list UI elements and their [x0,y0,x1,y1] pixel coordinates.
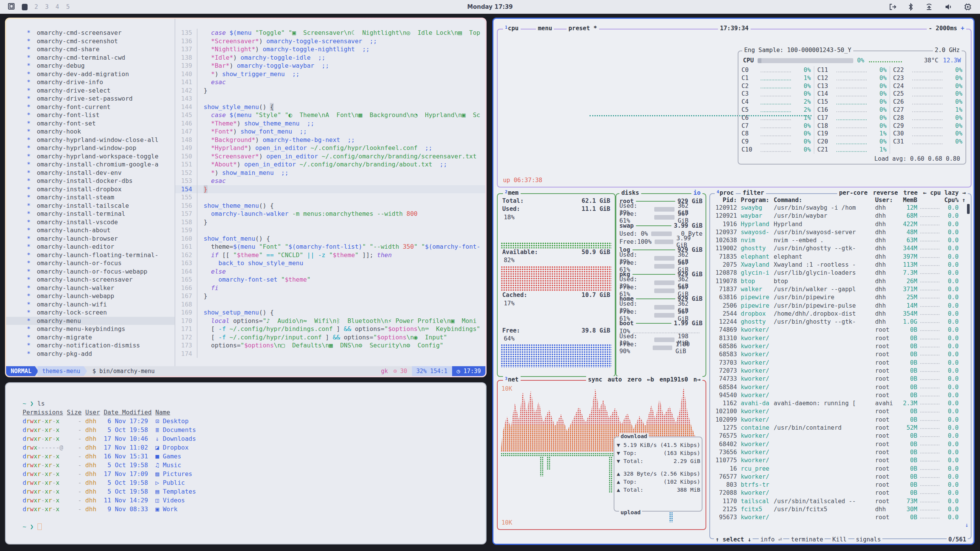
select-keys[interactable]: ↑ select ↓ [714,536,753,543]
process-row[interactable]: 74869 kworker/ root 0B 0.0 [712,326,965,334]
process-row[interactable]: 2075 Xwayland Xwayland :1 -rootless - dh… [712,261,965,269]
process-row[interactable]: 72073 kworker/ root 0B 0.0 [712,367,965,375]
net-panel-title[interactable]: 3net [503,376,521,383]
process-row[interactable]: 68583 kworker/ root 0B 0.0 [712,350,965,359]
file-list-item[interactable]: * omarchy-font-set [6,119,175,128]
process-row[interactable]: 110775 kworker/ root 0B 0.0 [712,456,965,465]
editor-window[interactable]: * omarchy-cmd-screensaver * omarchy-cmd-… [5,18,487,377]
proc-scrollbar[interactable] [967,204,970,214]
proc-filter-button[interactable]: filter [741,189,766,196]
file-list-item[interactable]: * omarchy-drive-select [6,86,175,95]
file-list-item[interactable]: * omarchy-launch-walker [6,284,175,292]
file-list-item[interactable]: * omarchy-install-chromium-google-a [6,160,175,169]
file-list-item[interactable]: * omarchy-font-current [6,103,175,111]
net-prev-iface[interactable]: ←b [647,376,654,383]
file-list-item[interactable]: * omarchy-font-list [6,111,175,119]
process-row[interactable]: 1170 tailscal /usr/sbin/tailscaled -- ro… [712,497,965,505]
net-auto-button[interactable]: auto [608,376,622,383]
git-branch[interactable]: themes-menu [38,366,87,376]
terminate-key[interactable]: terminate [789,536,825,543]
process-row[interactable]: 1916 Hyprland Hyprland dhh 422M 0.0 [712,220,965,228]
process-row[interactable]: 2506 pipewire /usr/bin/pipewire-pulse dh… [712,302,965,310]
process-row[interactable]: 81310 kworker/ root 0B 0.0 [712,334,965,342]
file-list-item[interactable]: * omarchy-launch-floating-terminal- [6,251,175,259]
process-row[interactable]: 68402 kworker/ root 0B 0.0 [712,440,965,448]
process-row[interactable]: 12244 ghostty /usr/bin/ghostty --gtk- dh… [712,318,965,326]
file-list-item[interactable]: * omarchy-drive-set-password [6,95,175,103]
file-list-item[interactable]: * omarchy-notification-dismiss [6,341,175,350]
process-row[interactable]: 102638 nvim nvim --embed . dhh 63M 0.0 [712,236,965,245]
workspace-3[interactable]: 3 [45,3,49,10]
btop-window[interactable]: 1cpu menu preset * 17:39:34 - 2000ms + u… [492,18,975,545]
process-row[interactable]: 120921 waybar /usr/bin/waybar dhh 68M 0.… [712,212,965,220]
file-list-item[interactable]: * omarchy-dev-add-migration [6,70,175,78]
process-row[interactable]: 102100 kworker/ root 0B 0.0 [712,408,965,416]
proc-panel-title[interactable]: 4proc [715,189,736,196]
process-row[interactable]: 119002 ghostty /usr/bin/ghostty --gtk- d… [712,245,965,253]
reverse-toggle[interactable]: reverse [873,189,898,196]
file-list-item[interactable]: * omarchy-pkg-add [6,350,175,358]
workspace-5[interactable]: 5 [66,3,70,10]
signals-key[interactable]: signals [854,536,882,543]
file-list-item[interactable]: * omarchy-hyprland-workspace-toggle [6,152,175,161]
menu-button[interactable]: menu [536,25,554,32]
net-sync-button[interactable]: sync [588,376,602,383]
file-list-item[interactable]: * omarchy-install-dev-env [6,169,175,177]
file-list-item[interactable]: * omarchy-launch-webapp [6,292,175,300]
memory-panel-title[interactable]: 2mem [503,189,521,196]
process-row[interactable]: 68584 kworker/ root 0B 0.0 [712,383,965,391]
process-row[interactable]: 102099 kworker/ root 0B 0.0 [712,416,965,424]
process-row[interactable]: 1162 avahi-da avahi-daemon: running [ av… [712,399,965,408]
file-list-item[interactable]: * omarchy-hyprland-window-close-all [6,136,175,144]
info-key[interactable]: info ⏎ [759,536,783,543]
file-list-item[interactable]: * omarchy-launch-about [6,226,175,235]
tree-toggle[interactable]: tree [903,189,918,196]
cpu-panel-title[interactable]: 1cpu [503,25,521,32]
file-list-item[interactable]: * omarchy-menu [6,317,175,325]
file-list-item[interactable]: * omarchy-install-vscode [6,218,175,227]
process-row[interactable]: 2544 dropbox /home/dhh/.dropbox-dist dhh… [712,310,965,318]
workspace-2[interactable]: 2 [34,3,38,10]
sort-selector[interactable]: ← cpu lazy → [923,189,966,196]
file-list-item[interactable]: * omarchy-menu-keybindings [6,325,175,333]
process-row[interactable]: 2125 fcitx5 /usr/bin/fcitx5 dhh 30M 0.0 [712,505,965,514]
file-list-item[interactable]: * omarchy-launch-or-focus [6,259,175,267]
file-list-item[interactable]: * omarchy-launch-screensaver [6,276,175,284]
file-list-item[interactable]: * omarchy-cmd-screensaver [6,29,175,37]
file-list-item[interactable]: * omarchy-launch-or-focus-webapp [6,267,175,276]
process-row[interactable]: 72088 kworker/ root 0B 0.0 [712,489,965,497]
process-row[interactable]: 803 btrfs-tr root 0B 0.0 [712,481,965,489]
per-core-toggle[interactable]: per-core [839,189,868,196]
io-toggle[interactable]: io [691,189,702,196]
file-list-item[interactable]: * omarchy-debug [6,62,175,70]
process-row[interactable]: 94540 kworker/ root 0B 0.0 [712,391,965,399]
refresh-interval[interactable]: - 2000ms + [927,25,966,32]
file-list-item[interactable]: * omarchy-cmd-screenshot [6,37,175,46]
volume-icon[interactable] [945,3,952,10]
workspace-switcher[interactable]: 2 3 4 5 [8,3,70,11]
terminal-window[interactable]: ~ ❯ lsPermissions Size User Date Modifie… [5,382,487,544]
process-row[interactable]: 120912 swaybg /usr/bin/swaybg -i /hom dh… [712,204,965,212]
process-row[interactable]: 76577 kworker/ root 0B 0.0 [712,473,965,481]
file-list-item[interactable]: * omarchy-cmd-terminal-cwd [6,54,175,62]
process-row[interactable]: 73656 kworker/ root 0B 0.0 [712,448,965,456]
file-list-item[interactable]: * omarchy-install-docker-dbs [6,177,175,185]
file-list-item[interactable]: * omarchy-hook [6,127,175,136]
file-list-item[interactable]: * omarchy-drive-info [6,78,175,86]
disks-title[interactable]: disks [619,189,641,196]
workspace-1-active[interactable] [22,4,28,10]
code-editor[interactable]: 135 case $(menu "Toggle" "▣ Screensaver\… [175,19,485,366]
chip-icon[interactable] [964,3,972,11]
process-row[interactable]: 71835 elephant elephant dhh 397M 0.0 [712,253,965,261]
process-row[interactable]: 71837 walker /usr/bin/walker --gappl dhh… [712,285,965,293]
file-list-item[interactable]: * omarchy-install-tailscale [6,202,175,210]
file-list-item[interactable]: * omarchy-hyprland-window-pop [6,144,175,152]
process-row[interactable]: 68586 kworker/ root 0B 0.0 [712,342,965,350]
wifi-icon[interactable] [925,3,933,11]
file-list-item[interactable]: * omarchy-lock-screen [6,308,175,317]
scroll-down-arrow[interactable]: ↓ [965,522,969,528]
kill-key[interactable]: Kill [831,536,848,543]
file-list-item[interactable]: * omarchy-install-steam [6,193,175,202]
bluetooth-icon[interactable] [908,3,913,11]
process-row[interactable]: 1275 containe /usr/bin/containerd root 5… [712,424,965,432]
